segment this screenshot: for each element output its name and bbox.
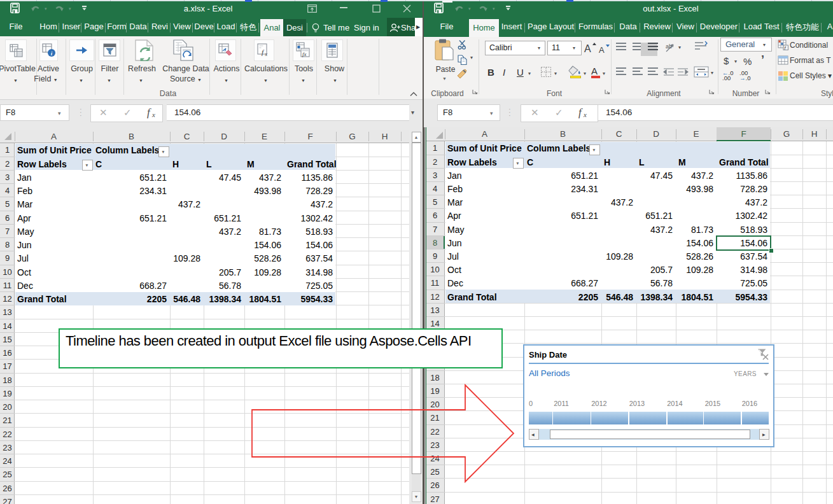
svg-text:fx: fx <box>302 51 307 57</box>
svg-text:x: x <box>265 52 268 57</box>
svg-text:f: f <box>578 106 583 118</box>
svg-text:f: f <box>147 106 151 118</box>
svg-text:x: x <box>151 111 155 118</box>
svg-text:ab: ab <box>666 43 672 50</box>
svg-text:x: x <box>583 111 587 118</box>
